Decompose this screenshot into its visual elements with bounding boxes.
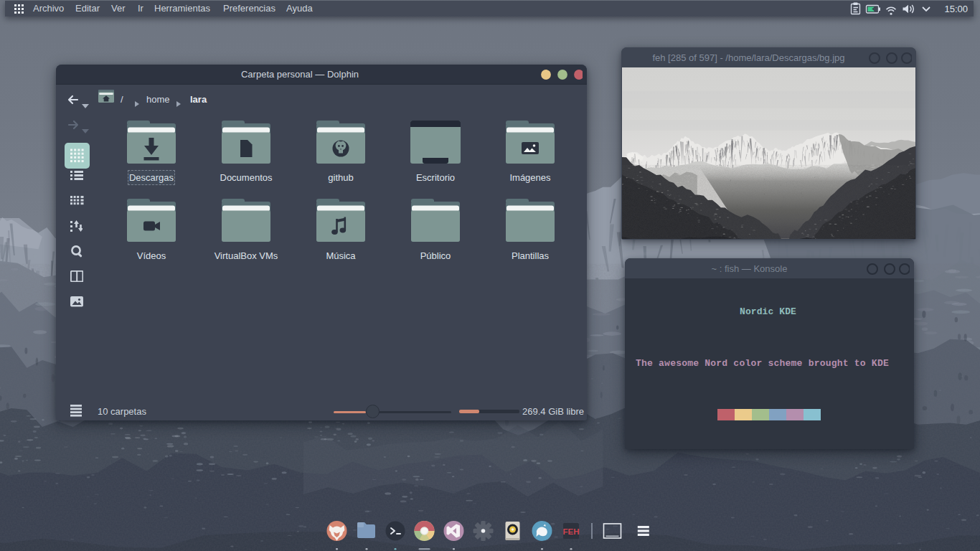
- svg-text:FEH: FEH: [563, 527, 580, 536]
